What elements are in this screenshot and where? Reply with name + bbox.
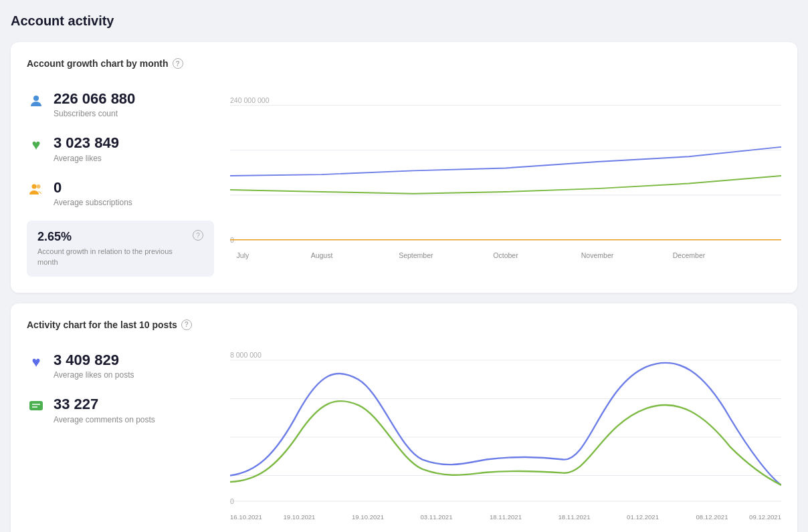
svg-text:16.10.2021: 16.10.2021 [230, 513, 262, 521]
growth-percent: 2.65% [37, 230, 193, 244]
growth-card-title: Account growth chart by month ? [27, 58, 781, 69]
likes-values: 3 023 849 Average likes [54, 134, 119, 162]
subscribers-metric: 226 066 880 Subscribers count [27, 82, 214, 126]
activity-card-content: ♥ 3 409 829 Average likes on posts 33 22… [27, 344, 781, 531]
growth-chart-wrapper: 240 000 000 0 July August September Octo… [230, 82, 781, 269]
svg-text:July: July [237, 251, 249, 259]
subscriptions-number: 0 [54, 179, 132, 196]
subscriptions-metric: 0 Average subscriptions [27, 171, 214, 215]
likes-number: 3 023 849 [54, 134, 119, 152]
post-likes-icon: ♥ [27, 353, 45, 372]
growth-desc: Account growth in relation to the previo… [37, 247, 193, 267]
subscriptions-icon [27, 180, 45, 199]
svg-text:08.12.2021: 08.12.2021 [696, 513, 728, 521]
activity-card-title: Activity chart for the last 10 posts ? [27, 319, 781, 330]
svg-text:18.11.2021: 18.11.2021 [559, 513, 591, 521]
growth-metrics-panel: 226 066 880 Subscribers count ♥ 3 023 84… [27, 82, 214, 277]
post-likes-label: Average likes on posts [54, 370, 134, 380]
svg-text:09.12.2021: 09.12.2021 [749, 513, 781, 521]
subscribers-number: 226 066 880 [54, 90, 135, 108]
activity-help-icon[interactable]: ? [181, 319, 192, 330]
subscribers-icon [27, 92, 45, 110]
growth-help-icon[interactable]: ? [173, 58, 183, 69]
svg-text:01.12.2021: 01.12.2021 [627, 513, 659, 521]
svg-text:October: October [493, 251, 518, 259]
svg-point-0 [33, 96, 39, 101]
svg-text:03.11.2021: 03.11.2021 [421, 513, 453, 521]
post-likes-metric: ♥ 3 409 829 Average likes on posts [27, 344, 214, 388]
growth-card-content: 226 066 880 Subscribers count ♥ 3 023 84… [27, 82, 781, 277]
comments-label: Average comments on posts [54, 415, 155, 424]
svg-text:August: August [311, 251, 333, 259]
svg-text:19.10.2021: 19.10.2021 [352, 513, 384, 521]
svg-text:November: November [581, 251, 614, 259]
post-likes-values: 3 409 829 Average likes on posts [54, 352, 134, 380]
subscriptions-values: 0 Average subscriptions [54, 179, 132, 207]
growth-box: 2.65% Account growth in relation to the … [27, 221, 214, 277]
activity-metrics-panel: ♥ 3 409 829 Average likes on posts 33 22… [27, 344, 214, 531]
growth-card-title-text: Account growth chart by month [27, 58, 169, 69]
svg-point-1 [32, 184, 37, 188]
activity-chart-wrapper: 8 000 000 0 16.10.2021 19.10.2021 19.10.… [230, 344, 781, 531]
subscribers-values: 226 066 880 Subscribers count [54, 90, 135, 118]
subscriptions-label: Average subscriptions [54, 198, 132, 207]
svg-text:18.11.2021: 18.11.2021 [490, 513, 522, 521]
growth-chart-area: 240 000 000 0 July August September Octo… [230, 82, 781, 277]
growth-chart-svg: 240 000 000 0 July August September Octo… [230, 82, 781, 269]
comments-values: 33 227 Average comments on posts [54, 396, 155, 424]
svg-text:8 000 000: 8 000 000 [230, 351, 262, 359]
svg-text:September: September [399, 251, 433, 259]
growth-card: Account growth chart by month ? 226 066 … [11, 42, 797, 293]
activity-chart-svg: 8 000 000 0 16.10.2021 19.10.2021 19.10.… [230, 344, 781, 531]
comments-icon [27, 397, 45, 416]
growth-box-help-icon[interactable]: ? [193, 230, 203, 241]
page-title: Account activity [11, 11, 797, 31]
activity-card-title-text: Activity chart for the last 10 posts [27, 319, 177, 330]
likes-label: Average likes [54, 154, 119, 163]
comments-metric: 33 227 Average comments on posts [27, 388, 214, 432]
svg-text:240 000 000: 240 000 000 [230, 96, 270, 104]
likes-metric: ♥ 3 023 849 Average likes [27, 126, 214, 170]
svg-text:19.10.2021: 19.10.2021 [284, 513, 316, 521]
svg-text:0: 0 [230, 497, 234, 505]
growth-box-text: 2.65% Account growth in relation to the … [37, 230, 193, 267]
svg-point-2 [37, 184, 41, 188]
comments-number: 33 227 [54, 396, 155, 413]
likes-icon: ♥ [27, 136, 45, 154]
svg-text:December: December [673, 251, 706, 259]
activity-chart-area: 8 000 000 0 16.10.2021 19.10.2021 19.10.… [230, 344, 781, 531]
post-likes-number: 3 409 829 [54, 352, 134, 369]
subscribers-label: Subscribers count [54, 109, 135, 118]
svg-rect-16 [29, 401, 43, 410]
activity-card: Activity chart for the last 10 posts ? ♥… [11, 303, 797, 532]
